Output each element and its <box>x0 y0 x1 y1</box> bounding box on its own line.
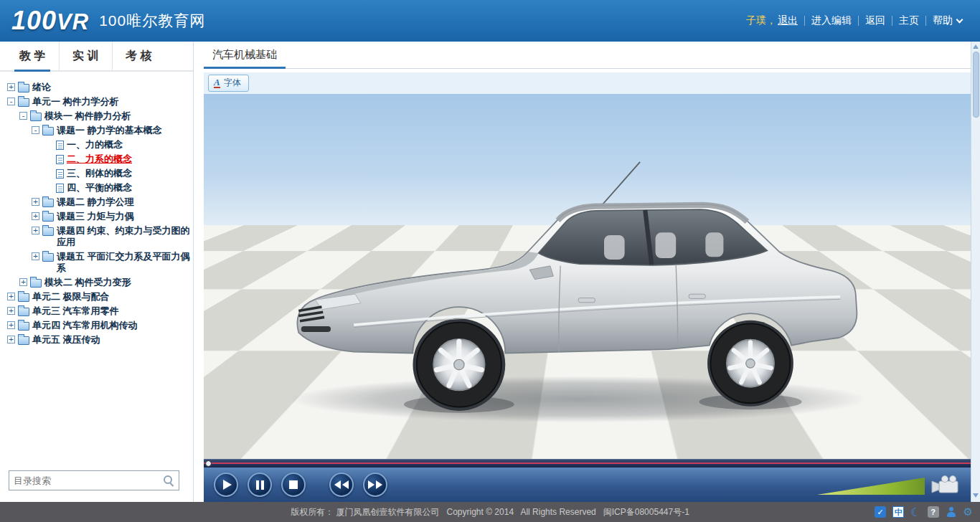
tree-item[interactable]: +单元五 液压传动 <box>4 334 190 346</box>
tree-item[interactable]: +绪论 <box>4 82 190 93</box>
tree[interactable]: +绪论-单元一 构件力学分析-模块一 构件静力分析-课题一 静力学的基本概念一、… <box>0 72 193 465</box>
separator <box>858 16 859 26</box>
folder-icon <box>30 113 42 121</box>
gear-icon[interactable]: ⚙ <box>963 506 973 518</box>
tree-item[interactable]: +模块二 构件受力变形 <box>4 277 190 288</box>
scroll-down-arrow[interactable] <box>973 493 979 498</box>
tab-course[interactable]: 汽车机械基础 <box>204 48 286 68</box>
sidebar-tab[interactable]: 实 训 <box>59 42 112 70</box>
tree-item-label[interactable]: 模块一 构件静力分析 <box>44 110 190 122</box>
folder-icon <box>18 84 29 92</box>
font-button[interactable]: A 字体 <box>208 75 249 92</box>
tree-item-label[interactable]: 课题一 静力学的基本概念 <box>57 125 190 136</box>
rewind-icon <box>334 480 349 489</box>
tree-item-label[interactable]: 二、力系的概念 <box>67 153 190 165</box>
stop-button[interactable] <box>281 473 306 497</box>
tree-item[interactable]: 三、刚体的概念 <box>4 168 190 179</box>
tree-item[interactable]: -单元一 构件力学分析 <box>4 96 190 108</box>
collapse-icon[interactable]: - <box>32 126 39 134</box>
folder-icon <box>18 322 29 331</box>
enter-edit-link[interactable]: 进入编辑 <box>811 14 852 27</box>
folder-icon <box>42 127 54 136</box>
expand-icon[interactable]: + <box>7 307 15 315</box>
search-area <box>0 465 193 502</box>
tree-item[interactable]: -课题一 静力学的基本概念 <box>4 125 190 136</box>
tree-item[interactable]: +课题三 力矩与力偶 <box>4 211 190 222</box>
help-icon[interactable]: ? <box>928 506 939 518</box>
play-icon <box>223 480 232 490</box>
search-icon[interactable] <box>163 475 174 486</box>
expand-icon[interactable]: + <box>32 198 39 206</box>
help-menu[interactable]: 帮助 <box>933 14 962 27</box>
tree-item[interactable]: +课题二 静力学公理 <box>4 196 190 208</box>
vertical-scrollbar[interactable] <box>971 42 980 502</box>
tree-item[interactable]: +课题五 平面汇交力系及平面力偶系 <box>4 251 190 274</box>
tree-item-label[interactable]: 绪论 <box>32 82 190 93</box>
tree-item[interactable]: +单元二 极限与配合 <box>4 291 190 303</box>
doc-icon <box>56 141 64 150</box>
logout-link[interactable]: 退出 <box>778 14 798 27</box>
tree-item-label[interactable]: 课题五 平面汇交力系及平面力偶系 <box>57 251 190 274</box>
expand-icon[interactable]: + <box>7 321 15 329</box>
seek-handle[interactable] <box>205 460 212 467</box>
tree-item[interactable]: 一、力的概念 <box>4 139 190 151</box>
seek-bar[interactable] <box>204 459 971 468</box>
tree-item-label[interactable]: 三、刚体的概念 <box>67 168 190 179</box>
home-link[interactable]: 主页 <box>899 14 919 27</box>
search-input[interactable] <box>14 475 163 486</box>
play-button[interactable] <box>214 473 238 497</box>
tree-item-label[interactable]: 四、平衡的概念 <box>67 182 190 194</box>
tree-item-label[interactable]: 课题三 力矩与力偶 <box>57 211 190 222</box>
forward-button[interactable] <box>363 473 387 497</box>
tree-item[interactable]: +单元四 汽车常用机构传动 <box>4 320 190 331</box>
camera-icon[interactable] <box>930 475 962 496</box>
tree-item-label[interactable]: 单元五 液压传动 <box>32 334 190 346</box>
tree-item-label[interactable]: 课题四 约束、约束力与受力图的应用 <box>57 225 190 248</box>
sidebar-tab[interactable]: 考 核 <box>112 42 165 70</box>
tree-item[interactable]: -模块一 构件静力分析 <box>4 110 190 122</box>
tree-item-label[interactable]: 课题二 静力学公理 <box>57 196 190 208</box>
tree-item-label[interactable]: 单元二 极限与配合 <box>32 291 190 303</box>
doc-icon <box>56 155 64 164</box>
username: 子璞， <box>746 14 776 27</box>
expand-icon[interactable]: + <box>32 252 39 260</box>
volume-control[interactable] <box>817 478 925 495</box>
chinese-icon[interactable]: 中 <box>892 506 904 518</box>
collapse-icon[interactable]: - <box>7 98 15 105</box>
pause-button[interactable] <box>248 473 272 497</box>
expand-icon[interactable]: + <box>32 212 39 220</box>
logo-100vr[interactable]: 100VR <box>11 8 89 34</box>
tree-item-label[interactable]: 模块二 构件受力变形 <box>44 277 190 288</box>
sidebar: 教 学实 训考 核 +绪论-单元一 构件力学分析-模块一 构件静力分析-课题一 … <box>0 42 194 502</box>
folder-icon <box>18 98 29 107</box>
tree-item[interactable]: +课题四 约束、约束力与受力图的应用 <box>4 225 190 248</box>
tree-item-label[interactable]: 单元三 汽车常用零件 <box>32 305 190 317</box>
expand-icon[interactable]: + <box>19 278 27 286</box>
expand-icon[interactable]: + <box>7 83 15 91</box>
expand-icon[interactable]: + <box>7 293 15 300</box>
check-icon[interactable]: ✓ <box>875 506 886 518</box>
tree-item[interactable]: 二、力系的概念 <box>4 153 190 165</box>
back-link[interactable]: 返回 <box>865 14 885 27</box>
expand-icon[interactable]: + <box>32 227 39 234</box>
tree-item-label[interactable]: 单元四 汽车常用机构传动 <box>32 320 190 331</box>
tree-item-label[interactable]: 一、力的概念 <box>67 139 190 151</box>
seek-progress-line <box>204 462 971 464</box>
folder-icon <box>18 336 29 345</box>
expand-icon[interactable]: + <box>7 336 15 343</box>
collapse-icon[interactable]: - <box>19 112 27 120</box>
sidebar-tab[interactable]: 教 学 <box>6 42 59 70</box>
car-model[interactable] <box>258 108 887 444</box>
3d-viewer[interactable] <box>204 94 971 459</box>
rear-wheel <box>710 324 790 404</box>
rewind-button[interactable] <box>329 473 354 497</box>
tree-item-label[interactable]: 单元一 构件力学分析 <box>32 96 190 108</box>
scroll-thumb[interactable] <box>973 52 979 118</box>
user-icon[interactable] <box>946 506 957 518</box>
folder-icon <box>42 227 54 236</box>
tree-item[interactable]: +单元三 汽车常用零件 <box>4 305 190 317</box>
folder-icon <box>42 199 54 207</box>
scroll-up-arrow[interactable] <box>973 44 979 49</box>
moon-icon[interactable]: ☾ <box>910 506 920 519</box>
tree-item[interactable]: 四、平衡的概念 <box>4 182 190 194</box>
